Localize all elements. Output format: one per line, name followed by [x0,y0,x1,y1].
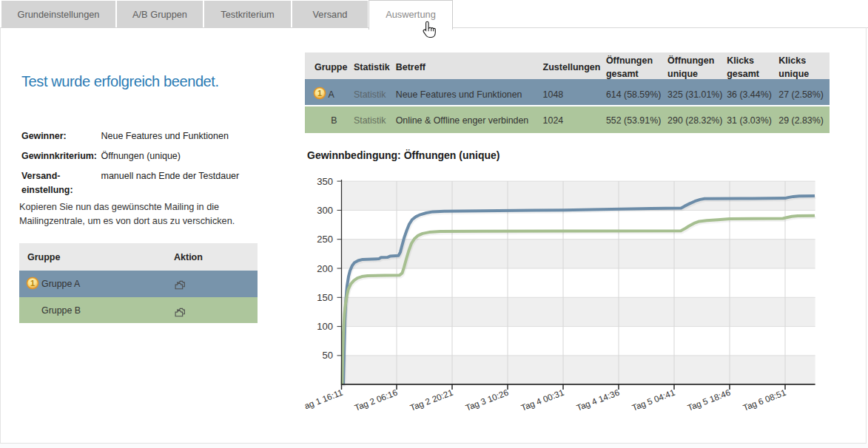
svg-text:300: 300 [317,205,333,216]
svg-text:Tag 5 04:41: Tag 5 04:41 [630,387,676,413]
svg-text:Tag 3 10:26: Tag 3 10:26 [464,387,510,413]
svg-text:250: 250 [317,234,333,245]
svg-text:150: 150 [317,292,333,303]
svg-text:100: 100 [317,321,333,332]
svg-text:Tag 2 06:16: Tag 2 06:16 [353,387,399,413]
svg-text:Tag 4 14:36: Tag 4 14:36 [575,387,621,413]
svg-text:Tag 1 16:11: Tag 1 16:11 [305,387,344,413]
svg-text:Tag 4 00:31: Tag 4 00:31 [519,387,565,413]
svg-text:350: 350 [317,176,333,187]
svg-text:1: 1 [317,89,322,98]
svg-text:Tag 2 20:21: Tag 2 20:21 [408,387,454,413]
svg-text:Tag 5 18:46: Tag 5 18:46 [686,387,732,413]
svg-text:1: 1 [30,279,35,288]
svg-text:Tag 6 08:51: Tag 6 08:51 [741,387,787,413]
svg-text:200: 200 [317,263,333,274]
svg-text:50: 50 [323,350,333,361]
